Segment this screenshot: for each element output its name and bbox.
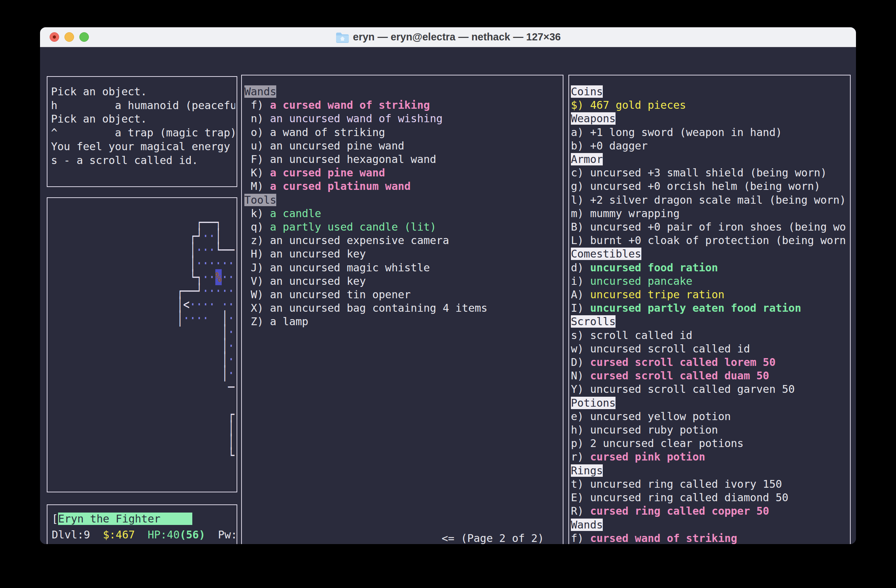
item-selector: n) [244, 112, 270, 125]
item-label: a partly used candle (lit) [270, 221, 436, 233]
item-selector: w) [571, 343, 590, 355]
status-line2: Dlvl:9 $:467 HP:40(56) Pw: [52, 528, 237, 542]
item-selector: m) [571, 207, 590, 219]
inventory-row[interactable]: B) uncursed +0 pair of iron shoes (being… [571, 220, 847, 234]
item-selector: r) [571, 451, 590, 463]
inventory-row[interactable]: N) cursed scroll called duam 50 [571, 369, 847, 382]
item-selector: k) [244, 207, 270, 219]
item-selector: E) [571, 491, 590, 504]
floor-dot: · [209, 297, 215, 312]
item-label: uncursed +0 orcish helm (being worn) [590, 180, 820, 192]
inventory-row[interactable]: $) 467 gold pieces [571, 99, 847, 112]
message-lines: Pick an object. h a humanoid (peaceful P… [51, 85, 235, 184]
category-header-row: Potions [571, 396, 847, 410]
inventory-row[interactable]: e) uncursed yellow potion [571, 410, 847, 423]
floor-dot: · [196, 310, 202, 326]
item-selector: o) [244, 126, 270, 139]
category-header-row: Weapons [571, 112, 847, 125]
item-label: an uncursed key [270, 275, 366, 287]
inventory-row[interactable]: p) 2 uncursed clear potions [571, 437, 847, 450]
inventory-row[interactable]: W) an uncursed tin opener [244, 288, 487, 302]
inventory-row[interactable]: t) uncursed ring called ivory 150 [571, 477, 847, 491]
item-selector: R) [571, 505, 590, 517]
inventory-row[interactable]: g) uncursed +0 orcish helm (being worn) [571, 180, 847, 193]
inventory-row[interactable]: q) a partly used candle (lit) [244, 220, 487, 234]
inventory-row[interactable]: f) cursed wand of striking [571, 532, 847, 544]
item-selector: q) [244, 221, 270, 233]
inventory-row[interactable]: X) an uncursed bag containing 4 items [244, 302, 487, 315]
inventory-row[interactable]: u) an uncursed pine wand [244, 139, 487, 153]
item-selector: $) [571, 99, 590, 111]
inventory-row[interactable]: f) a cursed wand of striking [244, 99, 487, 112]
inventory-row[interactable]: M) a cursed platinum wand [244, 180, 487, 193]
inventory-row[interactable]: m) mummy wrapping [571, 207, 847, 220]
floor-dot: · [183, 310, 189, 326]
inventory-row[interactable]: k) a candle [244, 207, 487, 220]
inventory-row[interactable]: r) cursed pink potion [571, 450, 847, 464]
inventory-row[interactable]: I) uncursed partly eaten food ration [571, 302, 847, 315]
desktop: { "window": { "title": "eryn — eryn@elec… [0, 0, 896, 588]
inventory-row[interactable]: Y) uncursed scroll called garven 50 [571, 382, 847, 396]
category-header-row: Tools [244, 193, 487, 207]
category-header: Tools [244, 194, 276, 206]
inventory-row[interactable]: J) an uncursed magic whistle [244, 261, 487, 274]
item-selector: c) [571, 166, 590, 179]
inventory-row[interactable]: F) an uncursed hexagonal wand [244, 153, 487, 166]
inventory-row[interactable]: w) uncursed scroll called id [571, 342, 847, 356]
map-pre[interactable]: ┌──┐ ┌┘··│ │···└── │······ └┐··%·· ┌──┘·… [49, 216, 235, 463]
inventory-row[interactable]: V) an uncursed key [244, 274, 487, 288]
category-header-row: Rings [571, 464, 847, 477]
titlebar[interactable]: eryn — eryn@electra — nethack — 127×36 [40, 27, 856, 47]
minimize-button[interactable] [64, 32, 74, 42]
inventory-row[interactable]: b) +0 dagger [571, 139, 847, 153]
inventory-row[interactable]: h) uncursed ruby potion [571, 423, 847, 437]
inventory-row[interactable]: l) +2 silver dragon scale mail (being wo… [571, 193, 847, 207]
inventory-row[interactable]: H) an uncursed key [244, 247, 487, 261]
inventory-row[interactable]: s) scroll called id [571, 329, 847, 342]
item-label: an uncursed wand of wishing [270, 112, 443, 125]
item-label: a lamp [270, 315, 308, 328]
traffic-lights [50, 27, 89, 47]
map-wall: ─ [228, 379, 235, 395]
inventory-row[interactable]: K) a cursed pine wand [244, 166, 487, 180]
category-header: Coins [571, 85, 603, 98]
zoom-button[interactable] [79, 32, 89, 42]
item-selector: t) [571, 478, 590, 490]
inventory-row[interactable]: d) uncursed food ration [571, 261, 847, 274]
item-label: uncursed pancake [590, 275, 692, 287]
category-header: Rings [571, 465, 603, 477]
item-label: a candle [270, 207, 321, 219]
map-wall: └ [228, 447, 235, 463]
category-header: Weapons [571, 112, 616, 125]
middle-list: Wands f) a cursed wand of striking n) an… [244, 85, 487, 329]
inventory-row[interactable]: L) burnt +0 cloak of protection (being w… [571, 234, 847, 247]
item-label: a cursed wand of striking [270, 99, 430, 111]
inventory-row[interactable]: a) +1 long sword (weapon in hand) [571, 126, 847, 139]
inventory-row[interactable]: o) a wand of striking [244, 126, 487, 139]
inventory-row[interactable]: Z) a lamp [244, 315, 487, 328]
item-label: 2 uncursed clear potions [590, 437, 744, 449]
inventory-row[interactable]: n) an uncursed wand of wishing [244, 112, 487, 125]
category-header-row: Coins [571, 85, 847, 99]
item-selector: X) [244, 302, 270, 314]
inventory-row[interactable]: R) cursed ring called copper 50 [571, 504, 847, 518]
item-label: cursed wand of striking [590, 532, 737, 544]
status-segment: $:467 [103, 529, 135, 541]
status-segment: HP:40 [148, 529, 180, 541]
item-label: uncursed scroll called id [590, 343, 750, 355]
item-label: an uncursed pine wand [270, 140, 404, 152]
folder-icon [335, 32, 349, 43]
page-indicator[interactable]: <= (Page 2 of 2) [442, 532, 544, 544]
status-segment: (56) [180, 529, 205, 541]
item-selector: M) [244, 180, 270, 192]
inventory-row[interactable]: i) uncursed pancake [571, 274, 847, 288]
item-label: an uncursed bag containing 4 items [270, 302, 487, 314]
inventory-row[interactable]: c) uncursed +3 small shield (being worn) [571, 166, 847, 180]
terminal-screen[interactable]: Pick an object. h a humanoid (peaceful P… [40, 47, 856, 544]
inventory-row[interactable]: z) an uncursed expensive camera [244, 234, 487, 247]
inventory-row[interactable]: E) uncursed ring called diamond 50 [571, 491, 847, 504]
inventory-row[interactable]: D) cursed scroll called lorem 50 [571, 356, 847, 369]
item-label: uncursed +3 small shield (being worn) [590, 166, 827, 179]
close-button[interactable] [50, 32, 59, 42]
inventory-row[interactable]: A) uncursed tripe ration [571, 288, 847, 302]
